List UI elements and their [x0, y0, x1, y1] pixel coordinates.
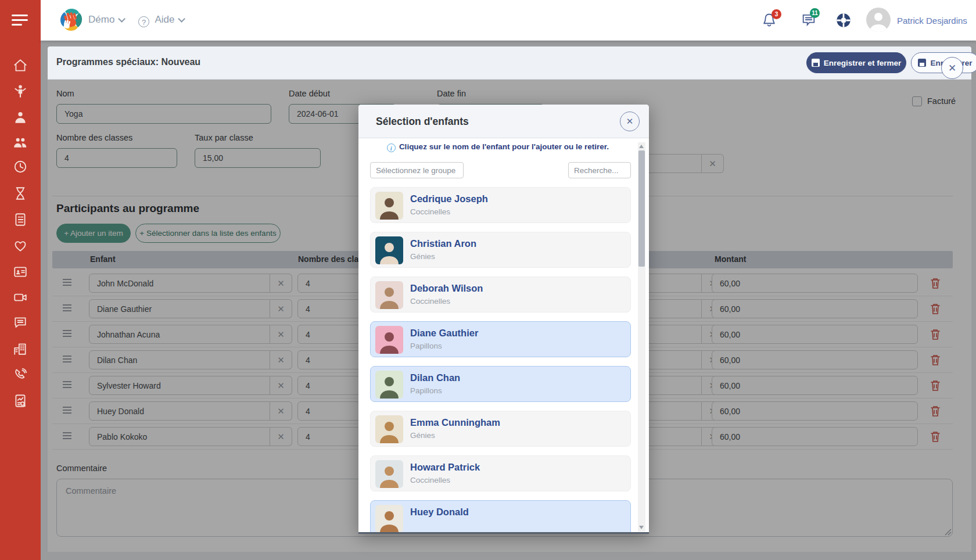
sidebar-item-health[interactable] — [0, 234, 41, 257]
scrollbar-thumb[interactable] — [638, 150, 645, 267]
chevron-down-icon — [119, 15, 126, 23]
panel-header: Programmes spéciaux: Nouveau Enregistrer… — [48, 46, 971, 80]
sidebar-item-home[interactable] — [0, 54, 41, 77]
child-avatar — [375, 415, 403, 443]
scroll-down-icon[interactable] — [639, 526, 644, 529]
modal-info-text: Cliquez sur le nom de l'enfant pour l'aj… — [399, 142, 609, 151]
help-icon: ? — [138, 16, 149, 27]
sidebar-item-facilities[interactable] — [0, 337, 41, 360]
sidebar-item-video[interactable] — [0, 286, 41, 309]
child-card[interactable]: Howard Patrick Coccinelles — [370, 455, 631, 491]
child-card[interactable]: Christian Aron Génies — [370, 232, 631, 268]
child-card[interactable]: Huey Donald — [370, 500, 631, 534]
modal-header: Sélection d'enfants ✕ — [358, 105, 649, 138]
sidebar-item-waitlist[interactable] — [0, 182, 41, 205]
user-avatar[interactable] — [866, 8, 891, 32]
sidebar-item-groups[interactable] — [0, 131, 41, 154]
sidebar-item-educators[interactable] — [0, 106, 41, 129]
child-group: Coccinelles — [410, 297, 450, 306]
child-selection-modal: Sélection d'enfants ✕ iCliquez sur le no… — [358, 105, 649, 534]
educator-icon — [13, 110, 28, 125]
child-avatar — [375, 236, 403, 264]
sidebar-item-messages[interactable] — [0, 311, 41, 334]
save-icon — [812, 59, 820, 67]
child-avatar — [375, 460, 403, 488]
group-icon — [13, 135, 28, 150]
sidebar-item-contacts[interactable] — [0, 260, 41, 283]
child-name: Deborah Wilson — [410, 283, 483, 294]
modal-info: iCliquez sur le nom de l'enfant pour l'a… — [358, 142, 637, 152]
home-icon — [13, 58, 28, 73]
lifebuoy-icon — [835, 12, 852, 28]
child-name: Christian Aron — [410, 238, 476, 249]
save-icon — [918, 59, 926, 67]
child-card[interactable]: Diane Gauthier Papillons — [370, 321, 631, 357]
chevron-down-icon — [178, 15, 186, 23]
child-avatar — [375, 192, 403, 220]
child-name: Howard Patrick — [410, 462, 480, 473]
sidebar-item-reports[interactable] — [0, 389, 41, 412]
app-root: Nom Date début Date fin Facturé Nombre d… — [0, 0, 976, 560]
notifications-button[interactable]: 3 — [761, 12, 777, 31]
child-name: Emma Cunningham — [410, 417, 500, 428]
child-group: Papillons — [410, 342, 442, 350]
save-close-button[interactable]: Enregistrer et fermer — [806, 52, 906, 73]
page-title: Programmes spéciaux: Nouveau — [56, 57, 200, 67]
org-name: Démo — [88, 14, 114, 25]
modal-close-button[interactable]: ✕ — [620, 112, 640, 131]
child-name: Diane Gauthier — [410, 328, 478, 339]
video-icon — [13, 290, 28, 305]
child-group: Génies — [410, 252, 435, 261]
report-icon — [13, 393, 28, 408]
child-avatar — [375, 281, 403, 309]
clock-icon — [13, 159, 28, 174]
modal-title: Sélection d'enfants — [376, 116, 469, 128]
child-name: Dilan Chan — [410, 372, 460, 383]
app-logo-icon — [57, 6, 85, 34]
chat-icon — [13, 315, 28, 330]
sidebar-item-schedule[interactable] — [0, 155, 41, 178]
group-select[interactable] — [370, 162, 464, 178]
child-name: Cedrique Joseph — [410, 193, 488, 204]
child-card[interactable]: Cedrique Joseph Coccinelles — [370, 187, 631, 223]
menu-toggle-button[interactable] — [0, 0, 41, 41]
save-close-label: Enregistrer et fermer — [824, 59, 902, 67]
sidebar-item-children[interactable] — [0, 80, 41, 103]
scroll-up-icon[interactable] — [639, 145, 644, 148]
support-button[interactable] — [835, 12, 852, 31]
invoice-icon — [13, 212, 28, 227]
phone-icon — [13, 367, 28, 382]
child-group: Papillons — [410, 386, 442, 395]
org-switcher[interactable]: Démo — [88, 14, 123, 26]
child-avatar — [375, 371, 403, 399]
child-group: Génies — [410, 431, 435, 440]
help-menu[interactable]: ? Aide — [138, 14, 183, 27]
building-icon — [13, 341, 28, 356]
child-group: Coccinelles — [410, 207, 450, 216]
close-panel-button[interactable]: ✕ — [941, 57, 963, 79]
child-icon — [13, 84, 28, 99]
child-card[interactable]: Emma Cunningham Génies — [370, 411, 631, 447]
child-avatar — [375, 326, 403, 354]
notification-badge: 3 — [772, 9, 781, 19]
sidebar-item-calls[interactable] — [0, 363, 41, 386]
search-input[interactable] — [568, 162, 631, 178]
topbar: Démo ? Aide 3 11 — [41, 0, 976, 41]
id-card-icon — [13, 264, 28, 279]
messages-badge: 11 — [810, 8, 820, 18]
child-card[interactable]: Dilan Chan Papillons — [370, 366, 631, 402]
user-name[interactable]: Patrick Desjardins — [897, 16, 967, 26]
heart-icon — [13, 238, 28, 253]
hourglass-icon — [13, 186, 28, 201]
sidebar — [0, 41, 41, 560]
child-avatar — [375, 505, 403, 533]
sidebar-item-billing[interactable] — [0, 208, 41, 231]
child-card[interactable]: Deborah Wilson Coccinelles — [370, 277, 631, 313]
child-name: Huey Donald — [410, 507, 469, 518]
child-group: Coccinelles — [410, 476, 450, 484]
help-label: Aide — [155, 14, 174, 25]
modal-scrollbar[interactable] — [638, 142, 645, 532]
messages-button[interactable]: 11 — [801, 12, 817, 30]
info-icon: i — [387, 143, 396, 152]
